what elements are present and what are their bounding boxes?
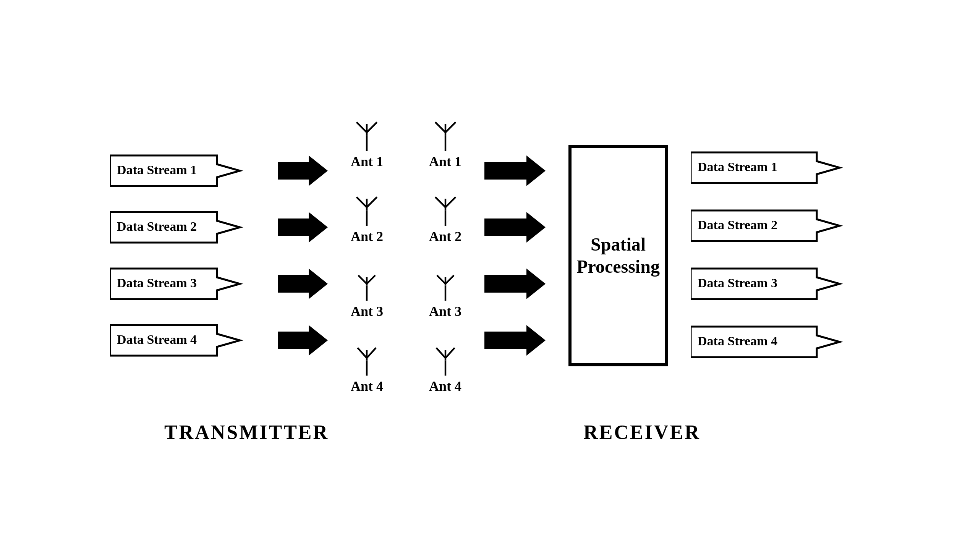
tx-stream-3: Data Stream 3 bbox=[110, 267, 255, 301]
rx-antenna-1: Ant 1 bbox=[429, 117, 461, 170]
rx-output-streams-col: Data Stream 1 Data Stream 2 Data Stream … bbox=[691, 150, 855, 361]
tx-big-arrow-2 bbox=[278, 210, 328, 245]
diagram-container: Data Stream 1 Data Stream 2 Data Stream … bbox=[0, 0, 965, 560]
svg-text:Data Stream 1: Data Stream 1 bbox=[698, 160, 777, 174]
tx-antenna-3: Ant 3 bbox=[351, 267, 383, 319]
svg-marker-46 bbox=[484, 269, 546, 299]
spatial-processing-box: SpatialProcessing bbox=[568, 145, 668, 366]
tx-inner: Data Stream 1 Data Stream 2 Data Stream … bbox=[110, 117, 383, 394]
svg-line-39 bbox=[445, 275, 454, 283]
spatial-processing-label: SpatialProcessing bbox=[576, 233, 660, 278]
svg-line-26 bbox=[358, 348, 367, 358]
tx-antenna-1-label: Ant 1 bbox=[351, 153, 383, 170]
svg-text:Data Stream 4: Data Stream 4 bbox=[698, 334, 777, 348]
svg-line-38 bbox=[437, 275, 445, 283]
tx-antenna-4: Ant 4 bbox=[351, 341, 383, 394]
rx-antennas-col: Ant 1 Ant 2 bbox=[429, 117, 461, 394]
tx-stream-2: Data Stream 2 bbox=[110, 210, 255, 245]
rx-antenna-svg-1 bbox=[430, 117, 461, 151]
tx-stream-4: Data Stream 4 bbox=[110, 323, 255, 358]
rx-antenna-3: Ant 3 bbox=[429, 267, 461, 319]
tx-antennas-col: Ant 1 Ant 2 bbox=[351, 117, 383, 394]
rx-output-arrow-svg-3: Data Stream 3 bbox=[691, 267, 855, 301]
svg-marker-44 bbox=[484, 155, 546, 186]
receiver-label: RECEIVER bbox=[583, 421, 701, 444]
rx-output-arrow-svg-1: Data Stream 1 bbox=[691, 150, 855, 185]
svg-line-42 bbox=[436, 348, 445, 358]
rx-output-stream-2: Data Stream 2 bbox=[691, 209, 855, 245]
rx-antenna-svg-4 bbox=[430, 341, 461, 376]
tx-arrow-svg-1: Data Stream 1 bbox=[110, 153, 255, 188]
tx-antenna-svg-3 bbox=[352, 267, 382, 301]
rx-output-stream-1: Data Stream 1 bbox=[691, 150, 855, 186]
rx-antenna-svg-3 bbox=[430, 267, 461, 301]
svg-marker-9 bbox=[278, 212, 328, 243]
svg-text:Data Stream 3: Data Stream 3 bbox=[117, 276, 197, 290]
rx-big-arrow-1 bbox=[484, 153, 546, 188]
tx-stream-1: Data Stream 1 bbox=[110, 153, 255, 188]
rx-antenna-1-label: Ant 1 bbox=[429, 153, 461, 170]
svg-text:Data Stream 4: Data Stream 4 bbox=[117, 332, 197, 346]
rx-big-arrow-3 bbox=[484, 267, 546, 301]
svg-text:Data Stream 2: Data Stream 2 bbox=[117, 219, 197, 233]
rx-big-arrows-col bbox=[484, 153, 546, 358]
svg-text:Data Stream 2: Data Stream 2 bbox=[698, 218, 777, 232]
rx-antenna-4: Ant 4 bbox=[429, 341, 461, 394]
tx-antenna-4-label: Ant 4 bbox=[351, 378, 383, 394]
rx-inner: Ant 1 Ant 2 bbox=[429, 117, 855, 394]
tx-antenna-svg-4 bbox=[352, 341, 382, 376]
svg-line-35 bbox=[445, 197, 456, 207]
svg-marker-11 bbox=[278, 325, 328, 356]
tx-antenna-3-label: Ant 3 bbox=[351, 303, 383, 319]
rx-antenna-3-label: Ant 3 bbox=[429, 303, 461, 319]
tx-big-arrow-3 bbox=[278, 267, 328, 301]
svg-line-15 bbox=[367, 122, 377, 132]
svg-line-23 bbox=[367, 275, 375, 283]
svg-line-27 bbox=[367, 348, 376, 358]
tx-big-arrows-col bbox=[278, 153, 328, 358]
svg-line-22 bbox=[358, 275, 367, 283]
tx-big-arrow-1 bbox=[278, 153, 328, 188]
svg-marker-45 bbox=[484, 212, 546, 243]
rx-antenna-svg-2 bbox=[430, 192, 461, 226]
svg-line-14 bbox=[357, 122, 367, 132]
svg-line-18 bbox=[357, 197, 367, 207]
svg-line-30 bbox=[435, 122, 445, 132]
tx-antenna-2: Ant 2 bbox=[351, 192, 383, 245]
tx-antenna-svg-2 bbox=[352, 192, 382, 226]
rx-antenna-4-label: Ant 4 bbox=[429, 378, 461, 394]
rx-output-arrow-svg-2: Data Stream 2 bbox=[691, 209, 855, 243]
svg-line-31 bbox=[445, 122, 456, 132]
rx-antenna-2-label: Ant 2 bbox=[429, 229, 461, 245]
tx-antenna-1: Ant 1 bbox=[351, 117, 383, 170]
svg-line-43 bbox=[445, 348, 455, 358]
rx-output-arrow-svg-4: Data Stream 4 bbox=[691, 325, 855, 359]
tx-arrow-svg-4: Data Stream 4 bbox=[110, 323, 255, 358]
tx-antenna-2-label: Ant 2 bbox=[351, 229, 383, 245]
transmitter-label: TRANSMITTER bbox=[164, 421, 329, 444]
rx-output-stream-3: Data Stream 3 bbox=[691, 267, 855, 302]
transmitter-section: Data Stream 1 Data Stream 2 Data Stream … bbox=[110, 117, 383, 444]
tx-arrow-svg-3: Data Stream 3 bbox=[110, 267, 255, 301]
svg-text:Data Stream 3: Data Stream 3 bbox=[698, 276, 777, 290]
svg-text:Data Stream 1: Data Stream 1 bbox=[117, 163, 197, 177]
svg-marker-8 bbox=[278, 155, 328, 186]
svg-marker-47 bbox=[484, 325, 546, 356]
tx-data-streams-col: Data Stream 1 Data Stream 2 Data Stream … bbox=[110, 153, 255, 358]
tx-arrow-svg-2: Data Stream 2 bbox=[110, 210, 255, 245]
svg-marker-10 bbox=[278, 269, 328, 299]
rx-output-stream-4: Data Stream 4 bbox=[691, 325, 855, 361]
receiver-section: Ant 1 Ant 2 bbox=[429, 117, 855, 444]
svg-line-19 bbox=[367, 197, 377, 207]
rx-big-arrow-2 bbox=[484, 210, 546, 245]
tx-antenna-svg-1 bbox=[352, 117, 382, 151]
rx-big-arrow-4 bbox=[484, 323, 546, 358]
rx-antenna-2: Ant 2 bbox=[429, 192, 461, 245]
tx-big-arrow-4 bbox=[278, 323, 328, 358]
svg-line-34 bbox=[435, 197, 445, 207]
